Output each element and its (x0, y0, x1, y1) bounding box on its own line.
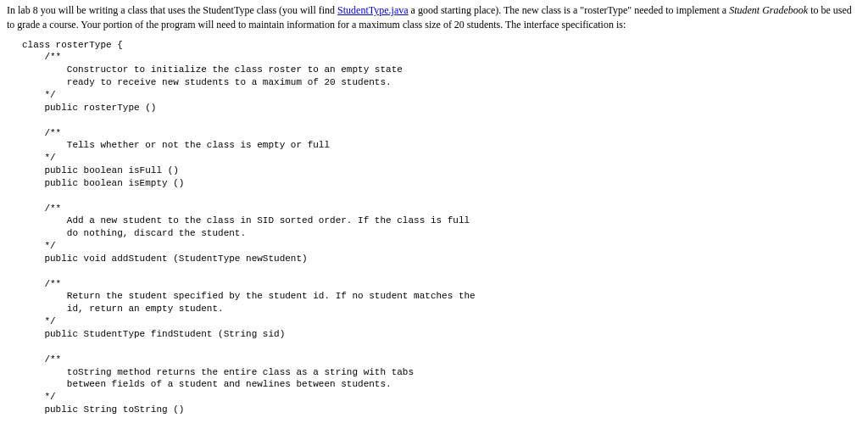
code-line: public boolean isFull () (22, 165, 179, 176)
code-line: Constructor to initialize the class rost… (22, 64, 403, 75)
code-line: */ (22, 153, 56, 163)
code-line: public StudentType findStudent (String s… (22, 329, 285, 339)
code-line: /** (22, 279, 61, 289)
intro-text-2: a good starting place). The new class is… (409, 4, 730, 16)
intro-italic: Student Gradebook (729, 4, 808, 16)
code-line: do nothing, discard the student. (22, 228, 246, 238)
code-line: public rosterType () (22, 103, 156, 113)
code-line: */ (22, 392, 56, 402)
code-line: public boolean isEmpty () (22, 178, 184, 188)
code-line: /** (22, 52, 61, 62)
code-line: public void addStudent (StudentType newS… (22, 254, 308, 264)
code-block: class rosterType { /** Constructor to in… (7, 39, 861, 429)
code-line: /** (22, 354, 61, 365)
code-line: Tells whether or not the class is empty … (22, 140, 330, 150)
code-line: */ (22, 90, 56, 100)
code-line: Add a new student to the class in SID so… (22, 215, 470, 226)
intro-text-1: In lab 8 you will be writing a class tha… (7, 4, 337, 16)
code-line: id, return an empty student. (22, 304, 224, 314)
code-line: Return the student specified by the stud… (22, 291, 476, 301)
code-line: toString method returns the entire class… (22, 367, 414, 377)
code-line: */ (22, 241, 56, 251)
studenttype-link[interactable]: StudentType.java (337, 4, 408, 16)
code-line: public String toString () (22, 404, 184, 415)
code-line: /** (22, 203, 61, 214)
code-line: between fields of a student and newlines… (22, 379, 392, 389)
code-line: ready to receive new students to a maxim… (22, 77, 392, 87)
code-line: class rosterType { (22, 40, 123, 50)
code-line: */ (22, 316, 56, 326)
intro-paragraph: In lab 8 you will be writing a class tha… (7, 3, 861, 32)
code-line: /** (22, 128, 61, 138)
